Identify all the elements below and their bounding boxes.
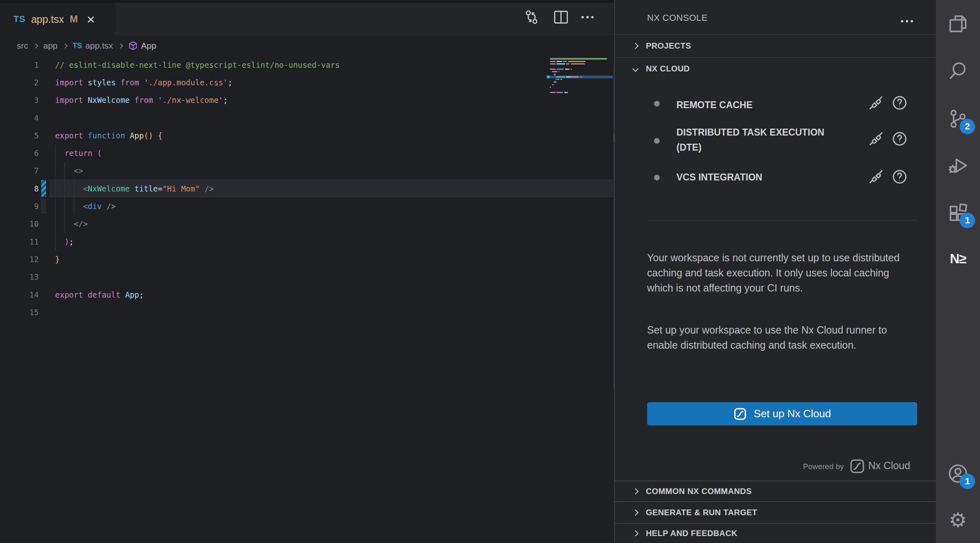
extensions-icon[interactable]: 1 xyxy=(936,197,980,228)
code-line-11[interactable]: 11 ); xyxy=(0,233,613,250)
gutter xyxy=(39,56,55,73)
code-line-1[interactable]: 1// eslint-disable-next-line @typescript… xyxy=(0,56,613,73)
run-debug-icon[interactable] xyxy=(936,150,980,181)
help-question-icon[interactable] xyxy=(891,131,908,149)
minimap-line-bar xyxy=(566,63,570,65)
breadcrumb-symbol[interactable]: App xyxy=(141,41,156,51)
nx-cloud-brand-label[interactable]: Nx Cloud xyxy=(868,460,910,472)
chevron-right-icon xyxy=(632,530,639,537)
tab-app-tsx[interactable]: TS app.tsx M × xyxy=(0,3,115,36)
minimap-line-bar xyxy=(563,61,567,62)
search-icon[interactable] xyxy=(936,55,980,86)
section-help-and-feedback[interactable]: HELP AND FEEDBACK xyxy=(615,523,936,543)
code-text: // eslint-disable-next-line @typescript-… xyxy=(55,60,340,69)
section-generate-run-target[interactable]: GENERATE & RUN TARGET xyxy=(615,501,936,523)
source-control-icon[interactable]: 2 xyxy=(936,103,980,134)
help-question-icon[interactable] xyxy=(891,169,908,187)
item-actions xyxy=(868,169,908,187)
close-icon[interactable]: × xyxy=(87,12,95,26)
minimap-line-bar xyxy=(552,71,558,72)
section-label: COMMON NX COMMANDS xyxy=(646,487,752,496)
code-line-3[interactable]: 3import NxWelcome from './nx-welcome'; xyxy=(0,91,613,109)
settings-gear-icon[interactable]: ⚙ xyxy=(936,505,980,536)
minimap-line-bar xyxy=(572,76,579,78)
line-number: 15 xyxy=(0,308,39,317)
code-text: import styles from './app.module.css'; xyxy=(55,78,233,87)
breadcrumb-src[interactable]: src xyxy=(17,41,28,51)
gutter xyxy=(39,180,55,197)
code-line-2[interactable]: 2import styles from './app.module.css'; xyxy=(0,73,613,91)
nx-cloud-item[interactable]: REMOTE CACHE xyxy=(615,96,936,114)
code-line-8[interactable]: 8 <NxWelcome title="Hi Mom" /> xyxy=(0,180,613,197)
section-nx-cloud[interactable]: NX CLOUD xyxy=(615,57,936,80)
accounts-icon[interactable]: 1 xyxy=(936,458,980,489)
section-projects[interactable]: PROJECTS xyxy=(615,34,936,57)
minimap-line-bar xyxy=(571,63,584,65)
nx-logo: N≥ xyxy=(950,251,966,267)
section-label: NX CLOUD xyxy=(646,64,690,73)
code-text: export function App() { xyxy=(55,131,162,140)
gutter xyxy=(39,162,55,180)
minimap-line-bar xyxy=(585,61,585,62)
powered-by-row: Powered by Nx Cloud xyxy=(615,456,936,478)
code-line-9[interactable]: 9 <div /> xyxy=(0,197,613,215)
connect-plug-icon[interactable] xyxy=(868,131,884,149)
line-number: 9 xyxy=(0,202,39,211)
explorer-icon[interactable] xyxy=(936,8,980,39)
panel-title: NX CONSOLE xyxy=(647,13,707,23)
connect-plug-icon[interactable] xyxy=(868,95,884,113)
modified-line-marker xyxy=(41,180,46,197)
setup-hint-text: Set up your workspace to use the Nx Clou… xyxy=(647,323,916,353)
code-text: </> xyxy=(55,219,88,228)
nx-cloud-logo-icon xyxy=(849,458,865,476)
connect-plug-icon[interactable] xyxy=(868,169,884,187)
code-line-13[interactable]: 13 xyxy=(0,268,613,286)
code-line-10[interactable]: 10 </> xyxy=(0,215,613,233)
nx-cloud-item[interactable]: DISTRIBUTED TASK EXECUTION (DTE) xyxy=(615,124,936,158)
open-changes-icon[interactable] xyxy=(523,8,541,26)
minimap[interactable] xyxy=(547,58,613,102)
source-control-badge: 2 xyxy=(960,119,975,134)
nx-cloud-item[interactable]: VCS INTEGRATION xyxy=(615,169,936,187)
setup-button-label: Set up Nx Cloud xyxy=(754,407,831,420)
gear-icon: ⚙ xyxy=(949,510,967,530)
nx-console-activity-icon[interactable]: N≥ xyxy=(936,243,980,274)
minimap-line-bar xyxy=(550,61,556,62)
line-number: 6 xyxy=(0,149,39,158)
section-label: GENERATE & RUN TARGET xyxy=(646,508,757,517)
code-line-5[interactable]: 5export function App() { xyxy=(0,127,613,144)
code-line-15[interactable]: 15 xyxy=(0,303,613,321)
code-line-7[interactable]: 7 <> xyxy=(0,162,613,180)
code-line-6[interactable]: 6 return ( xyxy=(0,144,613,162)
minimap-line-bar xyxy=(553,84,554,85)
section-common-nx-commands[interactable]: COMMON NX COMMANDS xyxy=(615,481,936,501)
minimap-line-bar xyxy=(571,69,572,70)
more-actions-icon[interactable] xyxy=(581,8,594,26)
chevron-right-icon xyxy=(62,43,68,49)
typescript-file-icon: TS xyxy=(13,14,25,24)
minimap-line-bar xyxy=(550,63,556,65)
code-editor[interactable]: 1// eslint-disable-next-line @typescript… xyxy=(0,56,613,321)
chevron-right-icon xyxy=(118,43,123,49)
code-line-4[interactable]: 4 xyxy=(0,109,613,127)
more-actions-icon[interactable] xyxy=(901,12,913,30)
line-number: 11 xyxy=(0,237,39,246)
split-editor-icon[interactable] xyxy=(552,8,570,26)
help-question-icon[interactable] xyxy=(891,95,908,113)
chevron-right-icon xyxy=(33,43,38,49)
gutter xyxy=(39,144,55,162)
editor-group: TS app.tsx M × xyxy=(0,0,613,543)
item-actions xyxy=(868,95,908,113)
breadcrumb-file[interactable]: app.tsx xyxy=(85,41,113,51)
setup-nx-cloud-button[interactable]: Set up Nx Cloud xyxy=(647,402,917,425)
minimap-line-bar xyxy=(550,69,556,70)
gutter xyxy=(39,73,55,91)
gutter xyxy=(39,303,55,321)
gutter xyxy=(39,109,55,127)
code-line-12[interactable]: 12} xyxy=(0,250,613,268)
chevron-down-icon xyxy=(632,66,639,72)
breadcrumb-app[interactable]: app xyxy=(43,41,58,51)
code-line-14[interactable]: 14export default App; xyxy=(0,286,613,303)
chevron-right-icon xyxy=(632,488,639,495)
line-number: 10 xyxy=(0,219,39,228)
